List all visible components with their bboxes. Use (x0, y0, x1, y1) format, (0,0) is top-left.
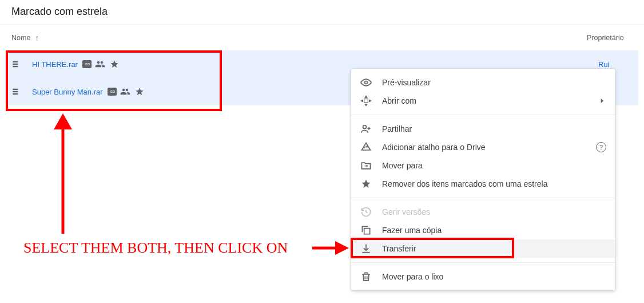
header-divider (0, 25, 644, 25)
menu-label: Abrir com (382, 96, 588, 105)
help-icon[interactable]: ? (596, 142, 606, 152)
download-icon (360, 243, 372, 254)
menu-label: Mover para (382, 161, 606, 170)
menu-label: Transferir (382, 244, 606, 253)
svg-marker-10 (369, 100, 371, 102)
svg-rect-5 (13, 93, 18, 95)
annotation-arrow-right-icon (312, 239, 349, 257)
annotation-arrow-up-icon (46, 113, 80, 234)
svg-marker-7 (365, 96, 367, 97)
page-title: Marcado com estrela (0, 0, 644, 25)
star-icon (135, 87, 144, 96)
menu-make-copy[interactable]: Fazer uma cópia (351, 221, 615, 239)
column-name-header[interactable]: Nome ↑ (11, 33, 587, 42)
menu-open-with[interactable]: Abrir com (351, 92, 615, 110)
menu-separator (351, 262, 615, 263)
svg-marker-16 (335, 241, 349, 255)
menu-label: Partilhar (382, 124, 606, 133)
sort-arrow-up-icon: ↑ (35, 33, 39, 42)
menu-share[interactable]: Partilhar (351, 120, 615, 138)
context-menu: Pré-visualizar Abrir com Partilhar Adici… (351, 69, 615, 290)
trash-icon (360, 271, 372, 282)
menu-label: Pré-visualizar (382, 78, 606, 87)
archive-icon (11, 88, 23, 96)
menu-separator (351, 115, 615, 115)
link-badge-icon (82, 60, 92, 68)
file-name: HI THERE.rar (32, 60, 78, 69)
svg-rect-1 (13, 64, 18, 65)
copy-icon (360, 225, 372, 236)
menu-download[interactable]: Transferir (351, 239, 615, 258)
svg-rect-12 (364, 229, 370, 234)
archive-icon (11, 60, 23, 68)
annotation-text: SELECT THEM BOTH, THEN CLICK ON (23, 239, 288, 257)
svg-rect-0 (13, 61, 18, 62)
open-with-icon (360, 95, 372, 107)
column-name-label: Nome (11, 34, 30, 42)
svg-marker-9 (361, 100, 363, 102)
menu-preview[interactable]: Pré-visualizar (351, 73, 615, 92)
file-name: Super Bunny Man.rar (32, 88, 103, 96)
column-header-row: Nome ↑ Proprietário (0, 31, 644, 45)
shared-icon (120, 86, 130, 97)
menu-add-shortcut[interactable]: Adicionar atalho para o Drive ? (351, 138, 615, 156)
history-icon (360, 206, 372, 218)
menu-manage-versions: Gerir versões (351, 203, 615, 221)
menu-separator (351, 198, 615, 198)
menu-remove-star[interactable]: Remover dos itens marcados com uma estre… (351, 175, 615, 193)
menu-label: Mover para o lixo (382, 272, 606, 281)
link-badge-icon (108, 88, 117, 96)
chevron-right-icon (598, 97, 606, 105)
svg-rect-3 (13, 89, 18, 90)
menu-label: Fazer uma cópia (382, 226, 606, 235)
menu-label: Gerir versões (382, 207, 606, 217)
svg-point-6 (365, 81, 368, 84)
svg-point-11 (363, 125, 367, 129)
svg-marker-8 (365, 104, 367, 106)
svg-rect-2 (13, 66, 18, 67)
file-owner: Rui (598, 60, 633, 69)
eye-icon (360, 77, 372, 88)
menu-move-trash[interactable]: Mover para o lixo (351, 267, 615, 286)
svg-rect-4 (13, 91, 18, 92)
star-icon (110, 60, 119, 69)
move-folder-icon (360, 160, 372, 171)
star-filled-icon (360, 179, 372, 189)
shared-icon (95, 59, 105, 69)
drive-shortcut-icon (360, 141, 372, 153)
menu-label: Remover dos itens marcados com uma estre… (382, 179, 606, 188)
menu-move-to[interactable]: Mover para (351, 156, 615, 175)
column-owner-header[interactable]: Proprietário (587, 34, 633, 42)
menu-label: Adicionar atalho para o Drive (382, 143, 586, 152)
person-add-icon (360, 123, 372, 135)
svg-marker-14 (54, 113, 72, 129)
